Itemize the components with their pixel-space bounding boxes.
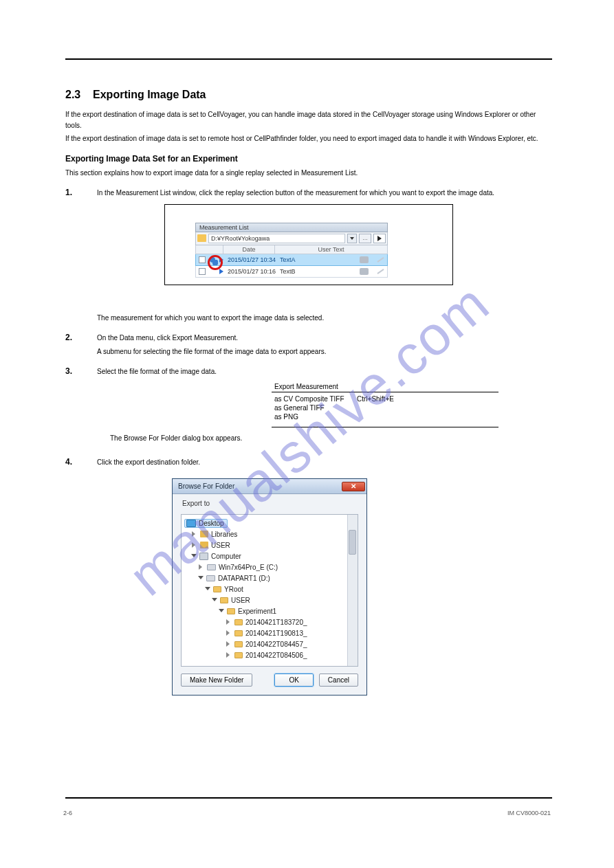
folder-tree[interactable]: Desktop Libraries USER Computer Win7x64P… <box>181 514 358 667</box>
col-date: Date <box>223 245 275 254</box>
tree-node[interactable]: 20140422T084457_ <box>184 638 358 649</box>
tree-node[interactable]: YRoot <box>184 583 358 594</box>
step-number: 1. <box>65 188 80 204</box>
folder-icon <box>227 608 235 614</box>
tree-node[interactable]: 20140421T183720_ <box>184 616 358 627</box>
step-number: 4. <box>65 457 80 472</box>
tree-node[interactable]: 20140421T190813_ <box>184 627 358 638</box>
arrow-icon <box>219 269 223 274</box>
folder-icon <box>213 586 221 592</box>
browse-folder-dialog: Browse For Folder ✕ Export to Desktop Li… <box>172 478 367 695</box>
pen-icon[interactable] <box>377 257 384 263</box>
folder-icon <box>197 234 206 242</box>
section-title: Exporting Image Data <box>93 89 206 100</box>
computer-icon <box>199 553 208 560</box>
expander-icon[interactable] <box>226 641 232 647</box>
close-button[interactable]: ✕ <box>342 482 365 491</box>
tree-node[interactable]: DATAPART1 (D:) <box>184 572 358 583</box>
tree-node[interactable]: USER <box>184 594 358 605</box>
menu-item[interactable]: as PNG <box>272 412 498 421</box>
tree-node[interactable]: Libraries <box>184 528 358 539</box>
tree-node[interactable]: Win7x64Pro_E (C:) <box>184 561 358 572</box>
path-input[interactable]: D:¥YRoot¥Yokogawa <box>208 234 345 243</box>
subheading: Exporting Image Data Set for an Experime… <box>65 154 552 164</box>
paragraph: If the export destination of image data … <box>65 133 552 144</box>
note: A submenu for selecting the file format … <box>97 346 552 357</box>
expander-icon[interactable] <box>192 542 197 548</box>
expander-icon[interactable] <box>205 587 210 592</box>
step-number: 3. <box>65 366 80 383</box>
checkbox[interactable] <box>199 268 206 275</box>
paragraph: This section explains how to export imag… <box>65 168 552 179</box>
list-item[interactable]: 2015/01/27 10:16 TextB <box>195 266 388 278</box>
folder-icon <box>234 641 243 647</box>
checkbox[interactable] <box>199 256 206 263</box>
tree-node[interactable]: Experiment1 <box>184 605 358 616</box>
scrollbar[interactable] <box>347 515 358 666</box>
expander-icon[interactable] <box>226 652 232 658</box>
step-text: Click the export destination folder. <box>97 457 552 468</box>
cancel-button[interactable]: Cancel <box>319 674 358 687</box>
replay-selection-icon[interactable] <box>210 257 215 263</box>
path-dropdown[interactable] <box>347 234 357 243</box>
camera-icon[interactable] <box>360 268 369 275</box>
libraries-icon <box>200 531 208 537</box>
scrollbar-thumb[interactable] <box>349 530 356 555</box>
make-folder-button[interactable]: Make New Folder <box>181 674 252 687</box>
tree-node[interactable]: USER <box>184 539 358 550</box>
footer-rule <box>65 797 552 799</box>
page-number: 2-6 <box>63 810 72 816</box>
col-user: User Text <box>275 245 387 254</box>
menu-item[interactable]: as General TIFF <box>272 403 498 412</box>
step-text: In the Measurement List window, click th… <box>97 188 552 199</box>
expander-icon[interactable] <box>226 619 232 625</box>
desktop-icon <box>186 520 196 527</box>
play-button[interactable] <box>373 234 386 243</box>
pen-icon[interactable] <box>377 269 384 274</box>
drive-icon <box>206 575 215 581</box>
step-number: 2. <box>65 333 80 346</box>
tree-node-desktop[interactable]: Desktop <box>184 518 358 528</box>
menu-item[interactable]: as CV Composite TIFFCtrl+Shift+E <box>272 394 498 403</box>
dialog-title: Browse For Folder <box>178 482 342 490</box>
note: The Browse For Folder dialog box appears… <box>110 434 552 442</box>
folder-icon <box>220 597 228 603</box>
section-number: 2.3 <box>65 89 80 100</box>
list-item[interactable]: 2015/01/27 10:34 TextA <box>195 254 388 266</box>
expander-icon[interactable] <box>226 630 232 636</box>
expander-icon[interactable] <box>192 531 197 537</box>
tree-node[interactable]: Computer <box>184 550 358 561</box>
dialog-label: Export to <box>173 494 366 510</box>
measurement-list-screenshot: Measurement List D:¥YRoot¥Yokogawa … Dat… <box>164 204 453 285</box>
tree-node[interactable]: 20140422T084506_ <box>184 649 358 660</box>
dialog-titlebar: Browse For Folder ✕ <box>173 479 366 494</box>
user-icon <box>200 542 208 548</box>
folder-icon <box>234 630 243 636</box>
arrow-icon <box>219 257 223 263</box>
section-heading: 2.3 Exporting Image Data <box>65 89 552 101</box>
row-text: TextB <box>280 268 296 275</box>
expander-icon[interactable] <box>219 609 224 614</box>
expander-icon[interactable] <box>198 576 204 581</box>
measurement-list-title: Measurement List <box>195 223 388 232</box>
row-date: 2015/01/27 10:16 <box>228 268 276 275</box>
paragraph: If the export destination of image data … <box>65 109 552 131</box>
step-text: Select the file format of the image data… <box>97 366 552 377</box>
expander-icon[interactable] <box>199 564 204 570</box>
step-text: On the Data menu, click Export Measureme… <box>97 333 552 344</box>
camera-icon[interactable] <box>360 256 369 263</box>
export-menu: Export Measurement as CV Composite TIFFC… <box>272 383 498 427</box>
expander-icon[interactable] <box>191 554 197 559</box>
row-text: TextA <box>280 256 296 263</box>
page-footer: 2-6 IM CV8000-021 <box>0 810 614 816</box>
drive-icon <box>207 564 216 570</box>
ok-button[interactable]: OK <box>274 674 313 687</box>
folder-icon <box>234 619 243 625</box>
doc-id: IM CV8000-021 <box>507 810 551 816</box>
export-menu-header: Export Measurement <box>272 383 498 392</box>
expander-icon[interactable] <box>212 598 217 603</box>
row-date: 2015/01/27 10:34 <box>228 256 276 263</box>
note: The measurement for which you want to ex… <box>97 313 552 324</box>
browse-button[interactable]: … <box>359 234 371 243</box>
folder-icon <box>234 652 243 658</box>
